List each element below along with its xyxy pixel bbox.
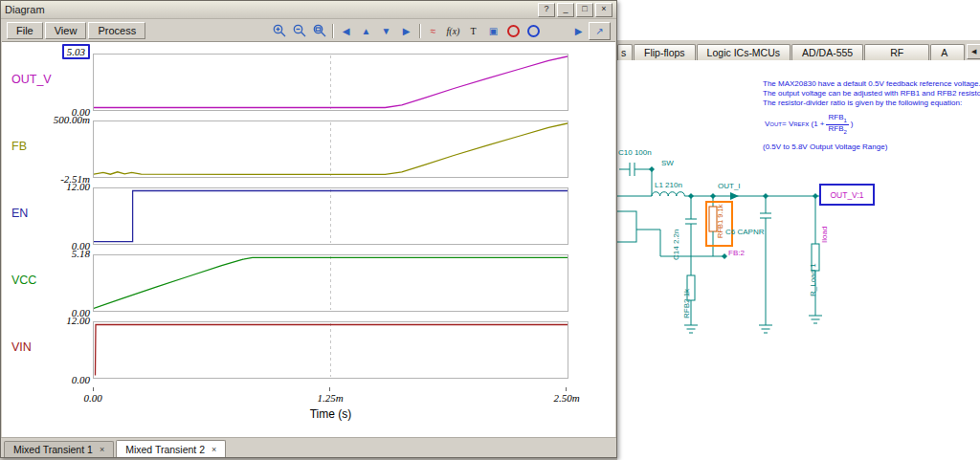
help-button[interactable]: ? — [538, 3, 555, 17]
titlebar[interactable]: Diagram ? _ □ × — [1, 1, 616, 19]
component-label-rfb1[interactable]: RFB1 9.1k — [716, 205, 724, 238]
tab-label: Mixed Transient 2 — [125, 444, 205, 455]
diagram-toolbar: ◀▲▼▶≈f(x)T▣▶↗ — [269, 22, 611, 40]
component-label-c10[interactable]: C10 100n — [618, 148, 652, 157]
component-tab-flip-flops[interactable]: Flip-flops — [634, 44, 696, 60]
component-tab-partial-right[interactable]: A — [930, 44, 965, 60]
tab-mixed-transient-1[interactable]: Mixed Transient 1 × — [4, 441, 114, 457]
plot-area-vcc[interactable] — [93, 254, 568, 312]
ymax-label: 12.00 — [66, 181, 90, 192]
pan-left-icon[interactable]: ◀ — [336, 23, 356, 39]
net-label-fb2[interactable]: FB:2 — [728, 249, 745, 257]
component-tabstrip: s Flip-flops Logic ICs-MCUs AD/DA-555 RF… — [617, 40, 980, 61]
y-gutter: 12.00 VIN 0.00 — [10, 321, 92, 379]
annotation-range-note: (0.5V to 5.8V Output Voltage Range) — [763, 142, 980, 152]
component-label-c14[interactable]: C14 2.2n — [672, 230, 680, 260]
plot-area-vin[interactable] — [93, 321, 568, 379]
export-icon[interactable]: ↗ — [589, 22, 611, 40]
ymax-label-selected[interactable]: 5.03 — [62, 44, 90, 59]
component-tab-partial-left[interactable]: s — [617, 44, 633, 60]
menu-process[interactable]: Process — [88, 22, 145, 39]
ymin-label: 0.00 — [72, 374, 90, 385]
x-axis: 0.00 1.25m 2.50m Time (s) — [93, 388, 568, 425]
subplot-fb: 500.00m FB -2.51m — [10, 120, 568, 178]
annotation-note: The MAX20830 have a default 0.5V feedbac… — [763, 79, 980, 152]
signal-name-en[interactable]: EN — [11, 207, 28, 220]
pan-up-icon[interactable]: ▲ — [356, 23, 376, 39]
zoom-window-icon[interactable] — [309, 23, 329, 39]
tab-label: Mixed Transient 1 — [13, 444, 93, 455]
annotation-icon[interactable]: ▣ — [483, 23, 503, 39]
component-label-rload[interactable]: R_Load 1 — [809, 263, 817, 296]
net-label-sw[interactable]: SW — [661, 159, 674, 167]
cursor-a-icon[interactable] — [503, 23, 523, 39]
x-tick — [329, 387, 330, 391]
x-axis-title: Time (s) — [93, 407, 568, 421]
probe-label-iload[interactable]: Iload — [820, 227, 829, 243]
close-tab-icon[interactable]: × — [212, 445, 216, 454]
close-button[interactable]: × — [595, 3, 612, 17]
window-title: Diagram — [5, 4, 536, 15]
text-icon[interactable]: T — [463, 23, 483, 39]
ymax-label: 500.00m — [54, 114, 90, 125]
annotation-line: The resistor-divider ratio is given by t… — [763, 99, 980, 108]
formula-part: OUT — [769, 120, 782, 129]
y-gutter: 5.03 OUT_V 0.00 — [10, 54, 92, 111]
restore-button[interactable]: □ — [576, 3, 593, 17]
schematic-canvas[interactable]: C10 100n SW L1 210n OUT_I C6 CAPNR FB:2 … — [617, 60, 980, 460]
component-label-l1[interactable]: L1 210n — [655, 181, 682, 189]
tabstrip-scroll-left-button[interactable]: ◀ — [967, 44, 980, 59]
signal-name-vin[interactable]: VIN — [11, 340, 32, 354]
menubar: File View Process ◀▲▼▶≈f(x)T▣▶↗ — [1, 19, 616, 42]
application-root: s Flip-flops Logic ICs-MCUs AD/DA-555 RF… — [0, 0, 980, 460]
formula-part: 2 — [843, 128, 846, 134]
pan-right-icon[interactable]: ▶ — [396, 23, 416, 39]
plot-area-en[interactable] — [93, 187, 568, 245]
ymax-label: 12.00 — [66, 315, 90, 326]
annotation-line: The output voltage can be adjusted with … — [763, 89, 980, 99]
component-label-c6[interactable]: C6 CAPNR — [725, 228, 764, 236]
y-gutter: 500.00m FB -2.51m — [10, 120, 92, 178]
x-tick — [566, 387, 567, 391]
ymax-label: 5.18 — [72, 248, 90, 259]
y-gutter: 12.00 EN 0.00 — [10, 187, 92, 245]
probe-label-out-i[interactable]: OUT_I — [718, 182, 741, 190]
component-tab-logic-ics-mcus[interactable]: Logic ICs-MCUs — [697, 44, 791, 60]
formula-icon[interactable]: f(x) — [443, 23, 463, 39]
close-tab-icon[interactable]: × — [100, 445, 104, 454]
signal-name-fb[interactable]: FB — [11, 140, 27, 153]
menu-file[interactable]: File — [7, 22, 43, 39]
zoom-out-icon[interactable] — [289, 23, 309, 39]
cursor-b-icon[interactable] — [523, 23, 544, 39]
formula-part: = V — [782, 120, 793, 129]
subplot-vcc: 5.18 VCC 0.00 — [10, 254, 568, 312]
formula-fraction: RFB1 RFB2 — [826, 114, 848, 135]
formula-part: x (1 + — [805, 120, 824, 129]
x-tick-label: 2.50m — [549, 392, 584, 404]
y-gutter: 5.18 VCC 0.00 — [10, 254, 92, 312]
component-tab-ad-da-555[interactable]: AD/DA-555 — [791, 44, 863, 60]
tab-mixed-transient-2[interactable]: Mixed Transient 2 × — [116, 440, 226, 457]
minimize-button[interactable]: _ — [557, 3, 574, 17]
subplot-vin: 12.00 VIN 0.00 — [10, 321, 568, 379]
feedback-formula: VOUT = VREF x (1 + RFB1 RFB2 ) — [765, 114, 980, 135]
signal-name-vcc[interactable]: VCC — [11, 274, 36, 287]
plot-area-fb[interactable] — [93, 120, 568, 178]
subplot-en: 12.00 EN 0.00 — [10, 187, 568, 245]
signal-name-out-v[interactable]: OUT_V — [11, 73, 52, 86]
pan-down-icon[interactable]: ▼ — [376, 23, 396, 39]
diagram-window: Diagram ? _ □ × File View Process ◀▲▼▶≈f… — [0, 0, 617, 458]
formula-part: 1 — [843, 118, 846, 123]
toolbar-separator — [332, 24, 333, 38]
component-label-rfb2[interactable]: RFB2 1k — [682, 289, 691, 318]
document-tabbar: Mixed Transient 1 × Mixed Transient 2 × — [1, 437, 616, 457]
menu-view[interactable]: View — [45, 22, 87, 39]
zoom-in-icon[interactable] — [269, 23, 289, 39]
curves-icon[interactable]: ≈ — [423, 23, 443, 39]
component-tab-rf[interactable]: RF — [864, 44, 929, 60]
run-icon[interactable]: ▶ — [568, 23, 589, 39]
plot-area-out-v[interactable] — [93, 54, 568, 111]
outv-probe-box[interactable]: OUT_V:1 — [819, 184, 875, 206]
subplot-out-v: 5.03 OUT_V 0.00 — [10, 54, 568, 111]
formula-part: ) — [851, 120, 854, 129]
